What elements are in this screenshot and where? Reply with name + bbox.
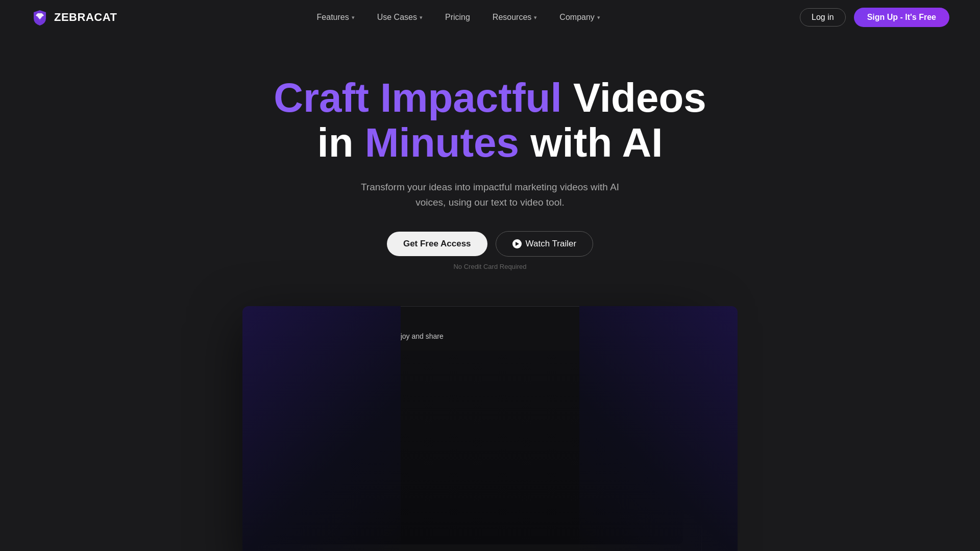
brand-logo[interactable]: ZEBRACAT [31, 8, 117, 27]
nav-features[interactable]: Features ▾ [315, 10, 357, 25]
video-inner: zebracatstudio – CardioQuest.mp4 Your vi… [243, 307, 701, 551]
play-triangle-icon [516, 242, 519, 246]
signup-button[interactable]: Sign Up - It's Free [854, 8, 949, 27]
resources-chevron-icon: ▾ [534, 14, 537, 21]
nav-use-cases[interactable]: Use Cases ▾ [375, 10, 425, 25]
features-chevron-icon: ▾ [352, 14, 355, 21]
hero-cta-buttons: Get Free Access Watch Trailer [387, 231, 593, 257]
nav-resources[interactable]: Resources ▾ [491, 10, 539, 25]
play-icon [512, 239, 522, 248]
use-cases-chevron-icon: ▾ [420, 14, 423, 21]
video-ready-text: Your video is ready to roll! Download it… [261, 332, 683, 340]
nav-pricing[interactable]: Pricing [443, 10, 472, 25]
video-wrapper: zebracatstudio – CardioQuest.mp4 Your vi… [242, 306, 702, 551]
login-button[interactable]: Log in [800, 8, 846, 27]
brand-name: ZEBRACAT [54, 11, 117, 24]
company-chevron-icon: ▾ [597, 14, 600, 21]
hero-title-line2-purple: Minutes [365, 120, 519, 165]
zebracat-logo-icon [31, 8, 49, 27]
nav-auth: Log in Sign Up - It's Free [800, 8, 949, 27]
hero-title-with-ai: with AI [530, 120, 663, 165]
get-free-access-button[interactable]: Get Free Access [387, 232, 487, 256]
hero-title-line1-purple: Craft Impactful [274, 75, 562, 120]
hero-title-line2-in: in [317, 120, 353, 165]
nav-company[interactable]: Company ▾ [557, 10, 602, 25]
hero-section: Craft Impactful Videos in Minutes with A… [0, 35, 980, 296]
video-section: zebracatstudio – CardioQuest.mp4 Your vi… [0, 296, 980, 551]
video-outer-wrapper: zebracatstudio – CardioQuest.mp4 Your vi… [242, 306, 738, 551]
hero-title-videos: Videos [573, 75, 706, 120]
hero-title: Craft Impactful Videos in Minutes with A… [274, 76, 706, 165]
video-placeholder [261, 350, 683, 544]
video-file-name: zebracatstudio – CardioQuest.mp4 [261, 321, 683, 329]
hero-subtitle: Transform your ideas into impactful mark… [357, 180, 623, 211]
watch-trailer-button[interactable]: Watch Trailer [496, 231, 594, 257]
navbar: ZEBRACAT Features ▾ Use Cases ▾ Pricing … [0, 0, 980, 35]
hero-note: No Credit Card Required [453, 263, 526, 270]
nav-links: Features ▾ Use Cases ▾ Pricing Resources… [315, 10, 602, 25]
